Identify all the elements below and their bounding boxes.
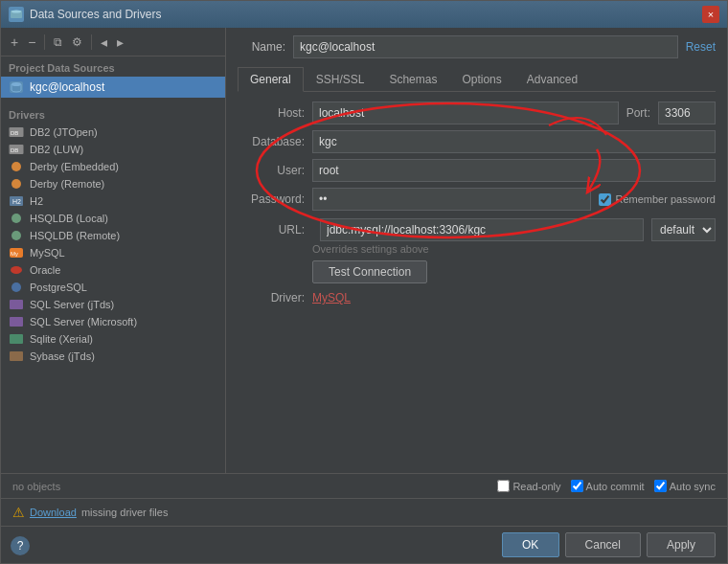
dialog-window: Data Sources and Drivers × + − ⧉ ⚙ ◂ ▸ P… [0, 0, 728, 564]
autosync-check-item: Auto sync [654, 480, 716, 492]
title-bar: Data Sources and Drivers × [1, 1, 727, 28]
password-label: Password: [238, 192, 305, 206]
driver-h2[interactable]: H2 H2 [1, 192, 225, 210]
bottom-bar: no objects Read-only Auto commit Auto sy… [1, 473, 727, 498]
ok-button[interactable]: OK [502, 532, 559, 557]
driver-icon-derby-remote [9, 178, 24, 190]
database-input[interactable] [312, 130, 716, 153]
warning-icon: ⚠ [12, 505, 25, 520]
add-button[interactable]: + [7, 33, 22, 52]
download-link[interactable]: Download [30, 507, 77, 518]
svg-rect-18 [10, 300, 23, 309]
test-connection-button[interactable]: Test Connection [312, 260, 427, 283]
svg-rect-19 [10, 317, 23, 327]
tab-options[interactable]: Options [449, 67, 513, 92]
reset-link[interactable]: Reset [686, 40, 716, 54]
cancel-button[interactable]: Cancel [565, 532, 641, 557]
tab-schemas[interactable]: Schemas [376, 67, 449, 92]
arrow-right-button[interactable]: ▸ [113, 33, 127, 52]
driver-oracle[interactable]: Oracle [1, 261, 225, 279]
driver-icon-oracle [9, 264, 24, 276]
apply-button[interactable]: Apply [647, 532, 716, 557]
driver-postgresql[interactable]: PostgreSQL [1, 279, 225, 296]
driver-icon-h2: H2 [9, 195, 24, 207]
driver-sybase[interactable]: Sybase (jTds) [1, 348, 225, 365]
action-buttons: OK Cancel Apply [1, 526, 727, 563]
user-input[interactable] [312, 159, 716, 182]
project-datasources-label: Project Data Sources [1, 56, 225, 77]
svg-text:My: My [11, 251, 18, 257]
close-button[interactable]: × [702, 6, 719, 23]
svg-text:DB: DB [11, 147, 18, 153]
url-section: URL: default Overrides settings above Te… [238, 218, 716, 283]
datasource-icon [9, 80, 24, 94]
driver-mysql[interactable]: My MySQL [1, 244, 225, 261]
svg-point-17 [11, 282, 21, 292]
autosync-checkbox[interactable] [654, 480, 667, 492]
readonly-checkbox[interactable] [497, 480, 510, 492]
autocommit-checkbox[interactable] [571, 480, 583, 492]
name-label: Name: [238, 40, 285, 54]
tabs-bar: General SSH/SSL Schemas Options Advanced [238, 66, 716, 92]
url-dropdown[interactable]: default [651, 218, 716, 241]
password-input[interactable] [312, 188, 591, 211]
toolbar: + − ⧉ ⚙ ◂ ▸ [1, 28, 225, 56]
datasource-item-kgc[interactable]: kgc@localhost [1, 77, 225, 98]
driver-derby-embedded[interactable]: Derby (Embedded) [1, 158, 225, 175]
driver-icon-mysql: My [9, 247, 24, 259]
no-objects-label: no objects [12, 481, 60, 492]
help-icon[interactable]: ? [11, 536, 30, 555]
driver-db2-luw[interactable]: DB DB2 (LUW) [1, 141, 225, 158]
driver-value-link[interactable]: MySQL [312, 291, 351, 305]
app-icon [9, 7, 24, 22]
driver-sqlserver-ms[interactable]: SQL Server (Microsoft) [1, 313, 225, 330]
readonly-check-item: Read-only [497, 480, 560, 492]
svg-text:DB: DB [11, 130, 18, 136]
toolbar-separator2 [91, 34, 92, 50]
database-row [312, 130, 716, 153]
driver-sqlite[interactable]: Sqlite (Xerial) [1, 330, 225, 348]
tab-general[interactable]: General [238, 67, 304, 92]
host-input[interactable] [312, 102, 619, 124]
datasource-name: kgc@localhost [30, 80, 104, 94]
driver-field-label: Driver: [238, 291, 305, 305]
driver-icon-db2-luw: DB [9, 144, 24, 155]
download-text: missing driver files [81, 507, 168, 518]
host-label: Host: [238, 106, 305, 120]
overrides-text: Overrides settings above [312, 243, 716, 255]
svg-point-9 [11, 179, 21, 189]
settings-button[interactable]: ⚙ [68, 34, 86, 51]
svg-text:H2: H2 [12, 198, 21, 205]
name-input[interactable] [293, 35, 678, 58]
dialog-title: Data Sources and Drivers [30, 8, 161, 21]
autosync-label: Auto sync [670, 481, 716, 492]
driver-derby-remote[interactable]: Derby (Remote) [1, 175, 225, 192]
tab-sshssl[interactable]: SSH/SSL [304, 67, 377, 92]
driver-hsqldb-local[interactable]: HSQLDB (Local) [1, 210, 225, 227]
svg-rect-21 [10, 351, 23, 361]
driver-icon-sqlite [9, 333, 24, 345]
driver-db2-jtopen[interactable]: DB DB2 (JTOpen) [1, 124, 225, 141]
autocommit-label: Auto commit [586, 481, 645, 492]
user-label: User: [238, 164, 305, 177]
arrow-left-button[interactable]: ◂ [97, 33, 111, 52]
duplicate-button[interactable]: ⧉ [50, 34, 66, 51]
url-input[interactable] [320, 218, 644, 241]
user-row [312, 159, 716, 182]
drivers-label: Drivers [1, 103, 225, 124]
driver-hsqldb-remote[interactable]: HSQLDB (Remote) [1, 227, 225, 244]
drivers-section: Drivers DB DB2 (JTOpen) DB DB2 (LUW) Der… [1, 103, 225, 365]
host-row: Port: [312, 102, 716, 124]
port-label: Port: [626, 106, 650, 120]
password-row: Remember password [312, 188, 716, 211]
driver-icon-derby-embedded [9, 161, 24, 172]
tab-advanced[interactable]: Advanced [514, 67, 590, 92]
port-input[interactable] [658, 102, 716, 124]
download-bar: ⚠ Download missing driver files [1, 498, 727, 526]
form-area: Host: Port: Database: User: [238, 102, 716, 211]
driver-sqlserver-jtds[interactable]: SQL Server (jTds) [1, 296, 225, 313]
content-area: + − ⧉ ⚙ ◂ ▸ Project Data Sources [1, 28, 727, 473]
remember-checkbox[interactable] [599, 193, 611, 206]
driver-row: Driver: MySQL [238, 291, 716, 305]
remove-button[interactable]: − [24, 33, 39, 52]
